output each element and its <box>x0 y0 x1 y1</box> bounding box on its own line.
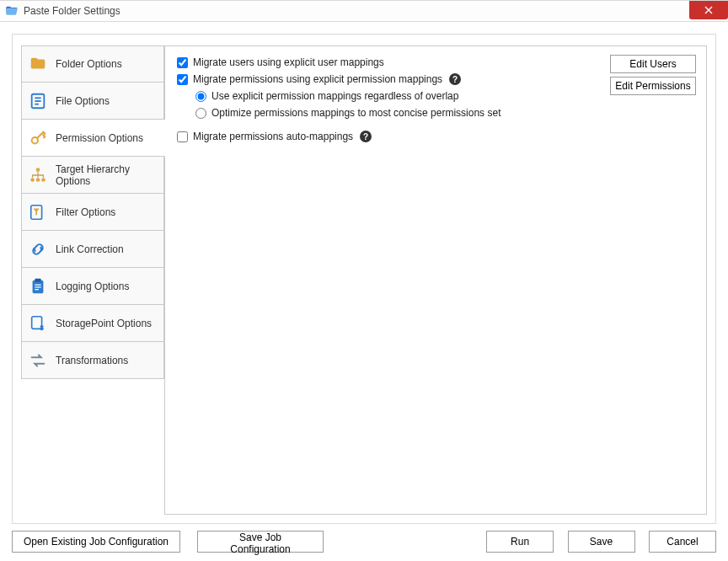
open-config-button[interactable]: Open Existing Job Configuration <box>12 531 180 553</box>
sidebar-item-target-hierarchy[interactable]: Target Hierarchy Options <box>21 157 164 194</box>
svg-point-5 <box>36 168 40 172</box>
optimize-radio[interactable] <box>195 108 206 119</box>
footer-bar: Open Existing Job Configuration Save Job… <box>12 529 716 554</box>
save-config-button[interactable]: Save Job Configuration <box>197 531 324 553</box>
migrate-users-label: Migrate users using explicit user mappin… <box>193 56 384 68</box>
edit-users-button[interactable]: Edit Users <box>610 55 696 73</box>
svg-point-16 <box>40 327 44 330</box>
transform-icon <box>29 351 47 370</box>
save-button[interactable]: Save <box>568 531 635 553</box>
sidebar-item-folder-options[interactable]: Folder Options <box>21 45 164 83</box>
sidebar-item-label: Folder Options <box>56 58 122 70</box>
migrate-auto-row: Migrate permissions auto-mappings ? <box>177 131 694 142</box>
sidebar-item-label: Target Hierarchy Options <box>56 163 163 187</box>
sidebar-item-transformations[interactable]: Transformations <box>21 342 164 379</box>
sidebar-item-filter-options[interactable]: Filter Options <box>21 194 164 231</box>
optimize-label: Optimize permissions mappings to most co… <box>211 107 500 119</box>
storage-icon <box>29 314 47 333</box>
footer-right-group: Run Save Cancel <box>476 531 716 553</box>
svg-point-4 <box>32 137 38 143</box>
migrate-users-checkbox[interactable] <box>177 57 188 68</box>
migrate-permissions-label: Migrate permissions using explicit permi… <box>193 73 442 85</box>
migrate-auto-label: Migrate permissions auto-mappings <box>193 131 353 142</box>
sidebar-item-logging-options[interactable]: Logging Options <box>21 268 164 305</box>
sidebar-item-label: Permission Options <box>56 132 143 144</box>
sidebar-item-label: Logging Options <box>56 280 129 292</box>
sidebar-item-label: Transformations <box>56 355 128 366</box>
edit-permissions-button[interactable]: Edit Permissions <box>610 77 696 95</box>
content-frame: Folder Options File Options Permission O… <box>12 34 716 524</box>
use-explicit-radio[interactable] <box>195 91 206 102</box>
edit-button-group: Edit Users Edit Permissions <box>610 55 696 99</box>
window-title: Paste Folder Settings <box>24 5 120 17</box>
sidebar-item-file-options[interactable]: File Options <box>21 83 164 120</box>
filter-icon <box>29 203 47 222</box>
sidebar-item-permission-options[interactable]: Permission Options <box>21 120 165 157</box>
svg-rect-11 <box>35 278 40 281</box>
file-icon <box>29 92 47 110</box>
svg-point-6 <box>30 178 35 182</box>
key-icon <box>29 129 47 147</box>
folder-icon <box>29 55 47 73</box>
title-bar: Paste Folder Settings <box>0 0 728 22</box>
main-panel: Edit Users Edit Permissions Migrate user… <box>164 45 707 515</box>
hierarchy-icon <box>29 166 47 184</box>
close-icon <box>704 6 713 14</box>
use-explicit-label: Use explicit permission mappings regardl… <box>211 90 458 102</box>
sidebar-item-label: Filter Options <box>56 206 115 218</box>
migrate-auto-checkbox[interactable] <box>177 131 188 142</box>
sidebar-item-link-correction[interactable]: Link Correction <box>21 231 164 268</box>
sidebar-item-label: StoragePoint Options <box>56 318 152 329</box>
sidebar-item-storagepoint-options[interactable]: StoragePoint Options <box>21 305 164 342</box>
help-icon[interactable]: ? <box>360 131 372 142</box>
migrate-permissions-checkbox[interactable] <box>177 74 188 85</box>
help-icon[interactable]: ? <box>449 73 461 85</box>
svg-rect-15 <box>32 316 42 329</box>
folder-open-icon <box>5 4 19 18</box>
sidebar-item-label: Link Correction <box>56 243 124 255</box>
radio-optimize-row: Optimize permissions mappings to most co… <box>195 107 694 119</box>
svg-point-8 <box>41 178 46 182</box>
sidebar-item-label: File Options <box>56 95 110 107</box>
sidebar: Folder Options File Options Permission O… <box>21 45 164 379</box>
close-button[interactable] <box>689 1 728 19</box>
run-button[interactable]: Run <box>486 531 554 553</box>
link-icon <box>29 240 47 259</box>
clipboard-icon <box>29 277 47 296</box>
svg-point-7 <box>36 178 40 182</box>
cancel-button[interactable]: Cancel <box>649 531 716 553</box>
